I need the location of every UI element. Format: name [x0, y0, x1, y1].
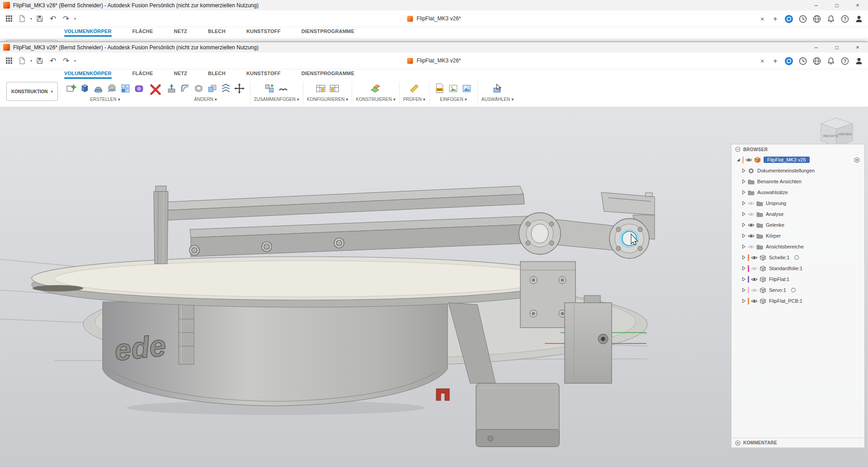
- app-grid-icon[interactable]: [4, 12, 14, 25]
- minimize-button[interactable]: –: [806, 0, 826, 10]
- tree-item-label[interactable]: Gelenke: [766, 222, 784, 228]
- help-icon[interactable]: ?: [840, 56, 850, 67]
- collapse-panel-icon[interactable]: [735, 147, 741, 152]
- expand-icon[interactable]: [741, 179, 746, 184]
- insert-canvas-icon[interactable]: [460, 81, 474, 95]
- tree-item-label[interactable]: Ansichtsbereiche: [766, 244, 804, 249]
- joint-icon[interactable]: [277, 81, 290, 95]
- shell-icon[interactable]: [192, 81, 206, 95]
- visibility-eye-icon[interactable]: [745, 157, 752, 163]
- measure-icon[interactable]: [407, 81, 421, 95]
- minimize-button[interactable]: –: [806, 42, 826, 52]
- tab-volumenkoerper[interactable]: VOLUMENKÖRPER: [64, 71, 112, 79]
- tree-item-auswahlsaetze[interactable]: Auswahlsätze: [731, 187, 864, 198]
- 3d-viewport[interactable]: ede: [0, 107, 868, 467]
- visibility-eye-icon[interactable]: [748, 211, 755, 218]
- tree-item-gelenke[interactable]: Gelenke: [731, 219, 864, 230]
- recent-icon[interactable]: [797, 56, 808, 67]
- pattern-icon[interactable]: [119, 81, 132, 95]
- job-status-icon[interactable]: [783, 14, 794, 24]
- expand-icon[interactable]: [741, 190, 746, 195]
- tab-blech[interactable]: BLECH: [208, 29, 226, 37]
- document-tab[interactable]: FlipFlat_MK3 v26*: [401, 52, 467, 69]
- expand-icon[interactable]: [741, 211, 746, 217]
- file-caret-icon[interactable]: ▾: [30, 17, 32, 21]
- online-status-icon[interactable]: [811, 14, 822, 24]
- tree-item-label[interactable]: Dokumenteneinstellungen: [757, 168, 815, 173]
- expand-icon[interactable]: [741, 200, 746, 206]
- visibility-eye-icon[interactable]: [751, 265, 758, 272]
- file-menu-icon[interactable]: [17, 54, 28, 67]
- revolve-icon[interactable]: [92, 81, 105, 95]
- press-pull-icon[interactable]: [165, 81, 179, 95]
- redo-icon[interactable]: ↷: [61, 12, 71, 25]
- file-menu-icon[interactable]: [17, 12, 28, 25]
- tab-volumenkoerper[interactable]: VOLUMENKÖRPER: [64, 29, 112, 37]
- tree-item-koerper[interactable]: Körper: [731, 230, 864, 241]
- visibility-eye-icon[interactable]: [748, 200, 755, 207]
- profile-icon[interactable]: [854, 56, 864, 67]
- tree-item-label[interactable]: Schelle:1: [769, 255, 789, 260]
- visibility-eye-icon[interactable]: [748, 222, 755, 229]
- tree-item-flipflat-pcb[interactable]: FlipFlat_PCB:1: [731, 295, 864, 306]
- new-tab-button[interactable]: +: [770, 57, 780, 65]
- tree-item-ursprung[interactable]: Ursprung: [731, 198, 864, 209]
- configuration-table-icon[interactable]: [314, 81, 328, 95]
- expand-icon[interactable]: [741, 255, 746, 260]
- notifications-icon[interactable]: [826, 14, 836, 24]
- tree-item-label[interactable]: Ursprung: [766, 200, 786, 206]
- profile-icon[interactable]: [854, 14, 864, 24]
- construction-plane-icon[interactable]: [369, 81, 382, 95]
- tab-kunststoff[interactable]: KUNSTSTOFF: [246, 71, 281, 79]
- close-tab-button[interactable]: ×: [757, 15, 767, 23]
- assemble-icon[interactable]: [263, 81, 277, 95]
- undo-icon[interactable]: ↶: [47, 12, 58, 25]
- comments-bar[interactable]: KOMMENTARE: [731, 438, 864, 448]
- activate-component-icon[interactable]: [854, 157, 860, 163]
- tab-blech[interactable]: BLECH: [208, 71, 226, 79]
- tree-item-dokumenteneinstellungen[interactable]: Dokumenteneinstellungen: [731, 165, 864, 176]
- help-icon[interactable]: ?: [840, 14, 850, 24]
- create-sketch-icon[interactable]: [65, 81, 78, 95]
- visibility-eye-icon[interactable]: [748, 233, 755, 239]
- selection-marker-icon[interactable]: [791, 287, 796, 293]
- tree-item-label[interactable]: FlipFlat_PCB:1: [769, 298, 802, 304]
- sweep-icon[interactable]: [105, 81, 119, 95]
- tab-dienstprogramme[interactable]: DIENSTPROGRAMME: [302, 29, 354, 37]
- tab-dienstprogramme[interactable]: DIENSTPROGRAMME: [302, 71, 354, 79]
- visibility-eye-icon[interactable]: [751, 254, 758, 261]
- close-button[interactable]: ×: [847, 0, 868, 10]
- expand-open-icon[interactable]: [736, 157, 741, 162]
- expand-icon[interactable]: [741, 266, 746, 271]
- save-icon[interactable]: [34, 54, 45, 67]
- add-comment-icon[interactable]: [735, 440, 741, 446]
- tree-item-schelle[interactable]: Schelle:1: [731, 252, 864, 263]
- tab-flaeche[interactable]: FLÄCHE: [132, 71, 153, 79]
- tree-item-label[interactable]: Auswahlsätze: [757, 190, 788, 195]
- konstruktion-button[interactable]: KONSTRUKTION ▾: [6, 82, 58, 101]
- insert-decal-icon[interactable]: [447, 81, 460, 95]
- expand-icon[interactable]: [741, 222, 746, 228]
- document-tab[interactable]: FlipFlat_MK3 v26*: [401, 10, 467, 27]
- visibility-eye-icon[interactable]: [751, 276, 758, 283]
- tree-item-label[interactable]: Benannte Ansichten: [757, 179, 802, 184]
- visibility-eye-icon[interactable]: [751, 287, 758, 294]
- extrude-icon[interactable]: [78, 81, 92, 95]
- expand-icon[interactable]: [741, 298, 746, 304]
- app-grid-icon[interactable]: [4, 54, 14, 67]
- tab-netz[interactable]: NETZ: [174, 29, 187, 37]
- selection-marker-icon[interactable]: [794, 255, 799, 260]
- tab-kunststoff[interactable]: KUNSTSTOFF: [246, 29, 281, 37]
- fillet-icon[interactable]: [179, 81, 192, 95]
- online-status-icon[interactable]: [811, 56, 822, 67]
- notifications-icon[interactable]: [826, 56, 836, 67]
- close-tab-button[interactable]: ×: [757, 57, 767, 65]
- save-icon[interactable]: [34, 12, 45, 25]
- new-tab-button[interactable]: +: [770, 15, 780, 23]
- expand-icon[interactable]: [741, 244, 746, 249]
- tab-flaeche[interactable]: FLÄCHE: [132, 29, 153, 37]
- expand-icon[interactable]: [741, 168, 746, 173]
- redo-caret-icon[interactable]: ▾: [74, 17, 76, 21]
- combine-icon[interactable]: [206, 81, 219, 95]
- delete-icon[interactable]: [147, 81, 164, 98]
